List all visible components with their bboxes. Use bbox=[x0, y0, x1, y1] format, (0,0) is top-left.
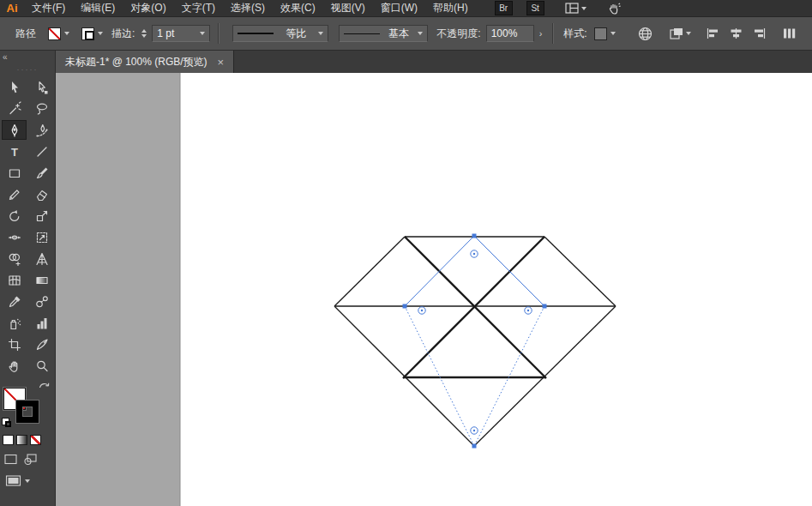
document-tab[interactable]: 未标题-1* @ 100% (RGB/预览) × bbox=[56, 51, 234, 73]
stock-button[interactable]: St bbox=[526, 1, 544, 15]
bridge-button[interactable]: Br bbox=[495, 1, 513, 15]
direct-selection-tool-icon bbox=[34, 80, 50, 95]
default-fill-stroke-icon[interactable] bbox=[2, 418, 12, 428]
recolor-artwork-button[interactable] bbox=[638, 27, 653, 41]
canvas[interactable] bbox=[56, 73, 812, 506]
canvas-area[interactable] bbox=[56, 73, 812, 506]
pencil-tool[interactable] bbox=[2, 184, 27, 204]
magic-wand-tool[interactable] bbox=[2, 99, 27, 118]
selection-tool[interactable] bbox=[2, 77, 27, 97]
align-right-icon[interactable] bbox=[753, 27, 766, 39]
gradient-tool-icon bbox=[34, 273, 50, 288]
fill-stroke-proxies bbox=[0, 380, 55, 430]
shape-builder-tool[interactable] bbox=[2, 249, 27, 268]
anchor-point[interactable] bbox=[472, 444, 477, 449]
tools-panel-header[interactable]: « ····· bbox=[0, 51, 55, 76]
anchor-point[interactable] bbox=[472, 234, 477, 238]
corner-widget-dot bbox=[421, 310, 423, 311]
opacity-flyout-arrow[interactable]: › bbox=[537, 28, 545, 39]
stroke-proxy-black[interactable] bbox=[16, 401, 39, 423]
drawing-mode-row bbox=[0, 445, 55, 466]
perspective-grid-tool[interactable] bbox=[30, 249, 55, 268]
align-left-icon[interactable] bbox=[707, 27, 719, 39]
distribute-icon[interactable] bbox=[783, 27, 796, 39]
line-segment-tool-icon bbox=[34, 144, 50, 160]
scale-tool[interactable] bbox=[30, 206, 55, 226]
menu-view[interactable]: 视图(V) bbox=[323, 0, 373, 16]
eyedropper-tool[interactable] bbox=[2, 292, 27, 311]
stroke-weight-select[interactable]: 1 pt bbox=[152, 25, 210, 42]
illustrator-window: { "menubar": { "logo": "Ai", "items": ["… bbox=[0, 0, 812, 506]
arrange-icon bbox=[670, 27, 683, 39]
type-tool[interactable]: T bbox=[2, 142, 27, 161]
menu-edit[interactable]: 编辑(E) bbox=[73, 0, 123, 16]
lasso-tool[interactable] bbox=[30, 99, 55, 118]
line-segment-tool[interactable] bbox=[30, 142, 55, 161]
align-center-icon[interactable] bbox=[730, 27, 743, 39]
corner-widget-dot bbox=[473, 253, 475, 255]
menu-select[interactable]: 选择(S) bbox=[223, 0, 273, 16]
perspective-grid-tool-icon bbox=[34, 251, 50, 267]
curvature-tool[interactable] bbox=[30, 120, 55, 140]
free-transform-tool[interactable] bbox=[30, 227, 55, 247]
anchor-point[interactable] bbox=[543, 304, 547, 309]
chevron-down-icon bbox=[25, 479, 30, 483]
gradient-button[interactable] bbox=[16, 435, 27, 445]
menu-file[interactable]: 文件(F) bbox=[24, 0, 73, 16]
artboard-tool[interactable] bbox=[2, 334, 27, 354]
hand-gesture-button[interactable] bbox=[607, 2, 621, 15]
pen-tool-icon bbox=[7, 123, 22, 138]
draw-normal-icon[interactable] bbox=[3, 453, 18, 466]
draw-behind-icon[interactable] bbox=[23, 453, 38, 466]
direct-selection-tool[interactable] bbox=[30, 77, 55, 97]
zoom-tool[interactable] bbox=[30, 356, 55, 376]
menu-help[interactable]: 帮助(H) bbox=[425, 0, 476, 16]
mesh-tool[interactable] bbox=[2, 270, 27, 290]
menu-object[interactable]: 对象(O) bbox=[123, 0, 173, 16]
shape-builder-tool-icon bbox=[7, 251, 22, 267]
anchor-point[interactable] bbox=[403, 304, 407, 309]
opacity-input[interactable]: 100% bbox=[486, 25, 534, 42]
stroke-weight-stepper[interactable] bbox=[141, 29, 147, 38]
menu-effect[interactable]: 效果(C) bbox=[273, 0, 323, 16]
workspace-switcher[interactable] bbox=[565, 3, 586, 14]
stroke-color-picker[interactable] bbox=[81, 27, 103, 40]
symbol-sprayer-tool[interactable] bbox=[2, 313, 27, 333]
width-tool[interactable] bbox=[2, 227, 27, 247]
fill-color-picker[interactable] bbox=[48, 27, 69, 40]
slice-tool[interactable] bbox=[30, 334, 55, 354]
app-logo[interactable]: Ai bbox=[0, 2, 24, 15]
pen-tool[interactable] bbox=[2, 120, 27, 140]
hand-tool[interactable] bbox=[2, 356, 27, 376]
none-button[interactable] bbox=[30, 435, 41, 445]
gradient-tool[interactable] bbox=[30, 270, 55, 290]
paintbrush-tool[interactable] bbox=[30, 163, 55, 183]
opacity-value: 100% bbox=[491, 27, 518, 39]
corner-widget-dot bbox=[473, 430, 475, 431]
arrange-button[interactable] bbox=[670, 27, 691, 39]
style-picker[interactable] bbox=[594, 27, 616, 40]
rectangle-tool-icon bbox=[7, 166, 22, 181]
rotate-tool[interactable] bbox=[2, 206, 27, 226]
eyedropper-tool-icon bbox=[7, 294, 22, 310]
color-button[interactable] bbox=[3, 435, 14, 445]
rotate-tool-icon bbox=[7, 208, 22, 224]
recolor-artwork-icon bbox=[638, 27, 653, 41]
menu-window[interactable]: 窗口(W) bbox=[373, 0, 425, 16]
screen-mode-row bbox=[0, 466, 55, 487]
slice-tool-icon bbox=[34, 337, 50, 352]
width-profile-select[interactable]: 等比 bbox=[232, 25, 328, 42]
menu-type[interactable]: 文字(T) bbox=[174, 0, 223, 16]
screen-mode-icon[interactable] bbox=[5, 474, 21, 487]
selection-tool-icon bbox=[7, 80, 22, 95]
rectangle-tool[interactable] bbox=[2, 163, 27, 183]
mesh-tool-icon bbox=[7, 273, 22, 288]
column-graph-tool[interactable] bbox=[30, 313, 55, 333]
collapse-panel-icon[interactable]: « bbox=[3, 52, 8, 62]
brush-select[interactable]: 基本 bbox=[339, 25, 428, 42]
eraser-tool[interactable] bbox=[30, 184, 55, 204]
close-icon[interactable]: × bbox=[218, 57, 225, 68]
blend-tool[interactable] bbox=[30, 292, 55, 311]
menu-bar: Ai 文件(F) 编辑(E) 对象(O) 文字(T) 选择(S) 效果(C) 视… bbox=[0, 0, 812, 17]
swap-fill-stroke-icon[interactable] bbox=[38, 380, 51, 390]
